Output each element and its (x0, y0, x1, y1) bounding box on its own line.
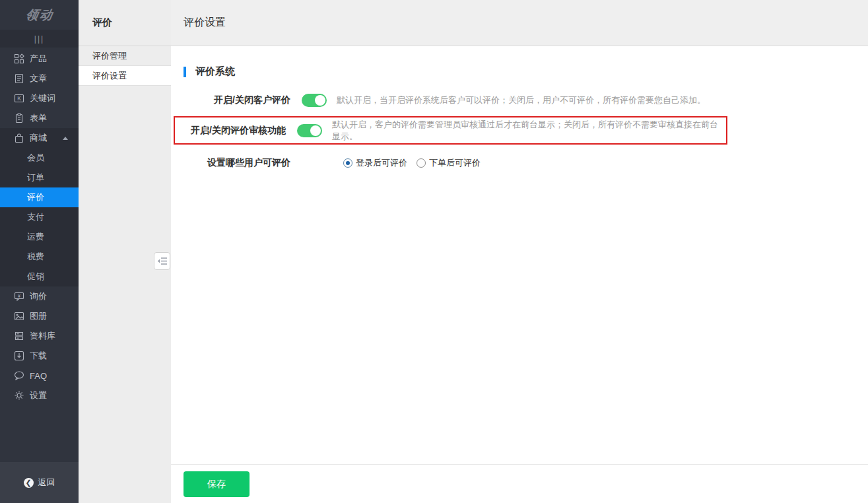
article-icon (14, 73, 24, 84)
panel-collapse-button[interactable] (154, 252, 170, 270)
sidebar-item-label: 下载 (30, 350, 47, 362)
setting-row-customer-review: 开启/关闭客户评价 默认开启，当开启评价系统后客户可以评价；关闭后，用户不可评价… (171, 88, 868, 112)
settings-list: 开启/关闭客户评价 默认开启，当开启评价系统后客户可以评价；关闭后，用户不可评价… (171, 88, 868, 175)
radio-unselected-icon (417, 158, 426, 168)
download-icon (14, 351, 24, 361)
radio-option-after-order[interactable]: 下单后可评价 (417, 157, 481, 169)
app-window: 领动 ||| 产品 (0, 0, 868, 503)
sidebar-subitem-payment[interactable]: 支付 (0, 207, 79, 227)
setting-label: 开启/关闭评价审核功能 (184, 125, 286, 137)
sidebar-subitem-promotion[interactable]: 促销 (0, 267, 79, 286)
sidebar-subitem-shipping[interactable]: 运费 (0, 227, 79, 247)
setting-label: 设置哪些用户可评价 (184, 157, 290, 169)
footer-bar: 保存 (171, 464, 868, 503)
section-title: 评价系统 (184, 65, 868, 78)
submenu-panel: 评价 评价管理 评价设置 (79, 0, 171, 503)
sidebar-item-label: 文章 (30, 73, 47, 84)
radio-option-after-login[interactable]: 登录后可评价 (343, 157, 407, 169)
inquiry-bubble-icon: ¥ (14, 291, 24, 302)
sidebar-item-keywords[interactable]: K 关键词 (0, 88, 79, 108)
sidebar-nav: 产品 文章 K 关键词 (0, 49, 79, 405)
mall-group: 商城 会员 订单 评价 支付 运费 税费 (0, 128, 79, 286)
collapse-lines-icon (157, 257, 168, 265)
sidebar-item-library[interactable]: 资料库 (0, 326, 79, 346)
back-label: 返回 (38, 477, 55, 488)
photo-icon (14, 311, 24, 321)
keyword-icon: K (14, 93, 24, 104)
gear-icon (14, 390, 24, 401)
sidebar-item-label: 资料库 (30, 330, 55, 342)
sidebar-item-downloads[interactable]: 下载 (0, 346, 79, 366)
spacer (171, 145, 868, 151)
sidebar-item-inquiry[interactable]: ¥ 询价 (0, 286, 79, 306)
collapse-bars-icon: ||| (34, 34, 44, 44)
sidebar-collapse-button[interactable]: ||| (0, 30, 79, 48)
setting-row-who-can-review: 设置哪些用户可评价 登录后可评价 下单后可评价 (171, 151, 868, 175)
section-accent-bar (184, 67, 186, 77)
shopping-bag-icon (14, 133, 24, 143)
sidebar: 领动 ||| 产品 (0, 0, 79, 503)
chevron-up-icon (63, 137, 68, 140)
grid-icon (14, 53, 24, 64)
section-title-text: 评价系统 (195, 65, 235, 78)
sidebar-item-label: 询价 (30, 290, 47, 302)
review-audit-toggle[interactable] (297, 124, 322, 137)
submenu-item-review-management[interactable]: 评价管理 (79, 46, 171, 66)
back-arrow-icon: ❮ (24, 478, 34, 488)
sidebar-item-mall[interactable]: 商城 (0, 128, 79, 148)
main-area: 评价设置 评价系统 开启/关闭客户评价 默认开启，当开启评价系统后客户可以评价；… (171, 0, 868, 503)
toggle-knob (310, 125, 321, 136)
setting-row-review-audit: 开启/关闭评价审核功能 默认开启，客户的评价需要管理员审核通过后才在前台显示；关… (175, 117, 726, 143)
settings-content: 评价系统 开启/关闭客户评价 默认开启，当开启评价系统后客户可以评价；关闭后，用… (171, 46, 868, 175)
sidebar-item-label: 关键词 (30, 92, 55, 104)
brand-logo-text: 领动 (24, 7, 55, 24)
speech-bubble-icon (14, 370, 24, 381)
sidebar-item-label: FAQ (30, 371, 47, 381)
brand-logo: 领动 (0, 0, 79, 30)
page-title: 评价设置 (171, 0, 868, 46)
toggle-knob (315, 95, 325, 106)
sidebar-item-label: 商城 (30, 132, 47, 144)
sidebar-item-products[interactable]: 产品 (0, 49, 79, 69)
sidebar-item-forms[interactable]: 表单 (0, 108, 79, 128)
highlight-annotation-box: 开启/关闭评价审核功能 默认开启，客户的评价需要管理员审核通过后才在前台显示；关… (174, 116, 727, 145)
clipboard-icon (14, 113, 24, 123)
sidebar-item-label: 图册 (30, 310, 47, 322)
sidebar-subitem-reviews[interactable]: 评价 (0, 187, 79, 207)
submenu-item-review-settings[interactable]: 评价设置 (79, 66, 171, 86)
sidebar-subitem-orders[interactable]: 订单 (0, 168, 79, 187)
sidebar-subitem-members[interactable]: 会员 (0, 148, 79, 168)
sidebar-subitem-tax[interactable]: 税费 (0, 247, 79, 267)
sidebar-item-label: 表单 (30, 112, 47, 124)
submenu-title: 评价 (79, 0, 171, 46)
save-button[interactable]: 保存 (184, 471, 250, 497)
setting-label: 开启/关闭客户评价 (184, 94, 290, 106)
sidebar-item-label: 产品 (30, 53, 47, 65)
customer-review-toggle[interactable] (302, 94, 327, 107)
setting-description: 默认开启，当开启评价系统后客户可以评价；关闭后，用户不可评价，所有评价需要您自己… (337, 94, 706, 106)
stacked-drawers-icon (14, 331, 24, 341)
radio-selected-icon (343, 158, 352, 168)
back-button[interactable]: ❮ 返回 (0, 462, 79, 503)
setting-description: 默认开启，客户的评价需要管理员审核通过后才在前台显示；关闭后，所有评价不需要审核… (332, 119, 726, 143)
svg-text:¥: ¥ (18, 294, 20, 298)
svg-text:K: K (17, 95, 21, 102)
sidebar-item-articles[interactable]: 文章 (0, 69, 79, 88)
review-permission-radio-group: 登录后可评价 下单后可评价 (343, 157, 490, 169)
sidebar-item-label: 设置 (30, 389, 47, 401)
sidebar-item-albums[interactable]: 图册 (0, 306, 79, 326)
sidebar-item-faq[interactable]: FAQ (0, 366, 79, 386)
sidebar-item-settings[interactable]: 设置 (0, 386, 79, 405)
